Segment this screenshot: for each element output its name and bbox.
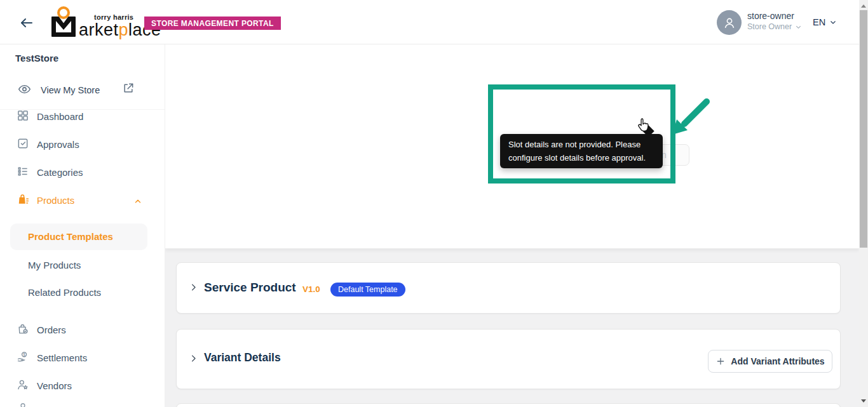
sidebar-item-my-products[interactable]: My Products: [28, 260, 81, 270]
eye-icon: [18, 83, 31, 96]
language-selector[interactable]: EN: [813, 17, 837, 27]
approvals-icon: [17, 137, 29, 150]
variant-details-section: Variant Details Add Variant Attributes: [176, 329, 841, 389]
chevron-up-icon[interactable]: [133, 197, 142, 206]
dashboard-icon: [17, 109, 29, 122]
scrollbar-thumb[interactable]: [860, 10, 867, 248]
page-scrollbar[interactable]: [859, 0, 868, 407]
marketplace-logo-icon: [50, 6, 78, 39]
default-template-badge: Default Template: [330, 283, 405, 297]
orders-icon: [17, 323, 29, 335]
expand-chevron-icon[interactable]: [189, 354, 198, 363]
settlements-icon: $: [17, 350, 29, 363]
expand-chevron-icon[interactable]: [189, 283, 198, 292]
store-management-portal-badge: STORE MANAGEMENT PORTAL: [144, 17, 281, 30]
sidebar: TestStore View My Store Dashboard Approv…: [0, 44, 165, 407]
sidebar-item-categories[interactable]: Categories: [0, 164, 165, 183]
add-variant-attributes-button[interactable]: Add Variant Attributes: [708, 350, 832, 373]
scroll-down-arrow[interactable]: [861, 399, 866, 403]
user-menu[interactable]: store-owner Store Owner: [717, 10, 802, 35]
sidebar-item-product-templates[interactable]: Product Templates: [28, 231, 113, 242]
section-version: V1.0: [302, 284, 320, 294]
view-my-store-label: View My Store: [41, 85, 100, 95]
section-title: Service Product: [204, 281, 296, 295]
categories-icon: [17, 165, 29, 178]
next-section-partial: [176, 403, 841, 407]
slot-details-tooltip: Slot details are not provided. Please co…: [500, 134, 663, 168]
sidebar-item-orders[interactable]: Orders: [0, 321, 165, 340]
plus-icon: [715, 356, 726, 366]
scroll-up-arrow[interactable]: [861, 4, 866, 8]
user-name: store-owner: [747, 11, 802, 21]
sidebar-item-vendors[interactable]: Vendors: [0, 377, 165, 396]
partial-menu-icon: [17, 401, 29, 407]
sidebar-item-related-products[interactable]: Related Products: [28, 287, 101, 298]
chevron-down-icon: [795, 23, 802, 30]
sidebar-item-dashboard[interactable]: Dashboard: [0, 108, 165, 127]
sidebar-item-products[interactable]: Products: [0, 192, 165, 211]
user-role[interactable]: Store Owner: [747, 22, 802, 31]
sidebar-item-approvals[interactable]: Approvals: [0, 136, 165, 155]
chevron-down-icon: [829, 18, 837, 26]
top-header: torry harris arketplace STORE MANAGEMENT…: [0, 0, 868, 44]
store-name: TestStore: [15, 53, 58, 63]
products-bag-icon: [17, 193, 29, 206]
service-product-section: Service Product V1.0 Default Template: [176, 262, 841, 314]
header-back-icon[interactable]: [19, 15, 34, 30]
sidebar-item-view-my-store[interactable]: View My Store: [0, 74, 165, 110]
section-title: Variant Details: [204, 351, 281, 364]
person-icon: [722, 15, 737, 30]
external-link-icon[interactable]: [122, 82, 135, 95]
avatar[interactable]: [717, 10, 742, 35]
svg-text:$: $: [23, 352, 25, 357]
sidebar-item-settlements[interactable]: $ Settlements: [0, 349, 165, 368]
vendors-icon: [17, 378, 29, 391]
